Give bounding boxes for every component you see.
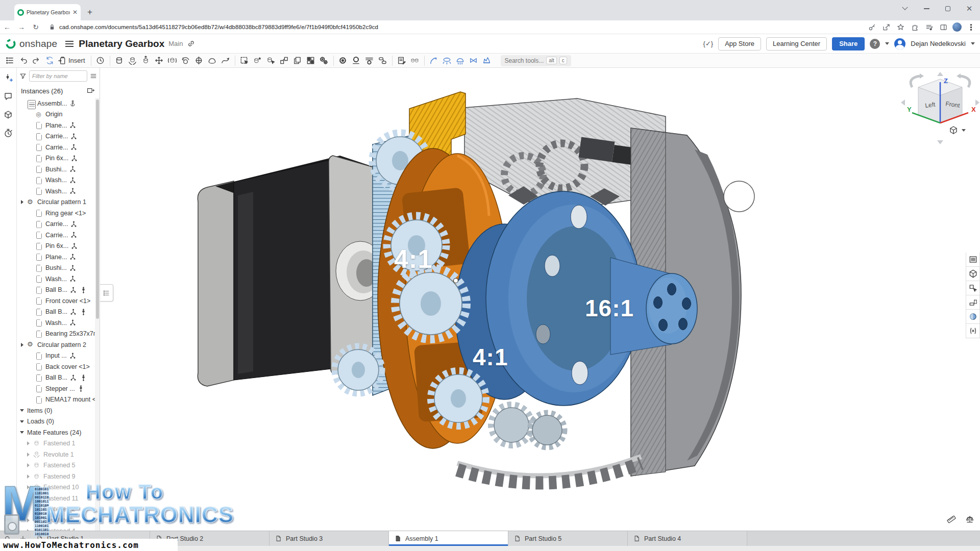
reading-list-icon[interactable] — [924, 22, 934, 32]
mate-feature-row[interactable]: Fastened 5 — [17, 460, 95, 471]
extensions-puzzle-icon[interactable] — [910, 22, 920, 32]
onshape-logo[interactable]: onshape — [5, 38, 57, 49]
gearbox-3d-model[interactable] — [100, 68, 980, 531]
cylindrical-mate-icon[interactable] — [166, 54, 179, 67]
named-position-icon[interactable] — [264, 54, 278, 67]
back-button[interactable]: ← — [0, 23, 14, 31]
browser-profile-avatar[interactable] — [952, 22, 962, 32]
instances-panel-icon[interactable] — [3, 54, 16, 67]
select-group-icon[interactable] — [238, 54, 251, 67]
new-tab-button[interactable]: + — [85, 7, 95, 17]
revolute-mate-icon[interactable] — [126, 54, 139, 67]
address-bar[interactable]: cad.onshape.com/documents/5a13d645118279… — [48, 23, 867, 31]
copy-instance-icon[interactable] — [291, 54, 304, 67]
instance-row[interactable]: Wash... — [17, 273, 95, 285]
history-icon[interactable] — [94, 54, 107, 67]
mate-connector-icon[interactable] — [251, 54, 264, 67]
tree-section-header[interactable]: Items (0) — [17, 405, 95, 416]
redo-icon[interactable] — [30, 54, 43, 67]
update-revision-icon[interactable] — [43, 54, 56, 67]
instance-row[interactable]: Pin 6x... — [17, 153, 95, 164]
path-relation-icon[interactable] — [219, 54, 232, 67]
user-avatar[interactable] — [894, 38, 905, 49]
planar-mate-icon[interactable] — [153, 54, 166, 67]
instance-row[interactable]: Bushi... — [17, 164, 95, 175]
load-pressure-icon[interactable] — [454, 54, 467, 67]
gear-relation-icon[interactable] — [350, 54, 363, 67]
undo-icon[interactable] — [16, 54, 30, 67]
instance-row[interactable]: Plane... — [17, 120, 95, 131]
workspace-name[interactable]: Main — [168, 40, 183, 47]
instance-row[interactable]: Bushi... — [17, 263, 95, 274]
password-key-icon[interactable] — [867, 22, 877, 32]
filter-input[interactable] — [29, 70, 87, 82]
relation-icon[interactable] — [336, 54, 350, 67]
user-dropdown-icon[interactable] — [971, 42, 975, 45]
tree-section-header[interactable]: Mate Features (24) — [17, 427, 95, 438]
drawing-views-icon[interactable] — [966, 295, 980, 310]
parts-help-panel-icon[interactable] — [2, 109, 14, 121]
screw-relation-icon[interactable] — [376, 54, 389, 67]
filter-icon[interactable] — [19, 72, 27, 80]
reload-button[interactable]: ↻ — [29, 23, 43, 31]
instance-row[interactable]: Ball B... — [17, 372, 95, 384]
performance-panel-icon[interactable] — [2, 127, 14, 139]
mate-feature-row[interactable]: Fastened 1 — [17, 438, 95, 449]
interference-check-icon[interactable] — [408, 54, 422, 67]
bom-table-icon[interactable] — [966, 253, 980, 267]
rack-pinion-relation-icon[interactable] — [363, 54, 376, 67]
instance-row[interactable]: Circular pattern 1 — [17, 197, 95, 208]
bookmark-star-icon[interactable] — [895, 22, 905, 32]
measure-icon[interactable] — [946, 514, 957, 527]
instance-row[interactable]: Wash... — [17, 175, 95, 186]
browser-menu-icon[interactable] — [966, 22, 976, 32]
featurescript-icon[interactable]: {✓} — [703, 40, 714, 47]
help-button[interactable]: ? — [870, 39, 880, 49]
mate-feature-row[interactable]: Revolute 1 — [17, 449, 95, 460]
replicate-icon[interactable] — [278, 54, 291, 67]
document-tab[interactable]: Part Studio 5 — [508, 531, 628, 546]
load-torque-icon[interactable] — [440, 54, 454, 67]
instance-row[interactable]: Carrie... — [17, 219, 95, 230]
fastened-mate-icon[interactable] — [113, 54, 126, 67]
instance-row[interactable]: Ball B... — [17, 307, 95, 318]
instance-row[interactable]: Origin — [17, 109, 95, 120]
minimize-button[interactable] — [916, 1, 937, 16]
load-curve-icon[interactable] — [427, 54, 440, 67]
exploded-views-icon[interactable] — [966, 267, 980, 281]
instance-row[interactable]: Back cover <1> — [17, 361, 95, 372]
search-tools-input[interactable]: Search tools... alt c — [501, 55, 571, 66]
tree-section-header[interactable]: Loads (0) — [17, 416, 95, 428]
load-bearing-icon[interactable] — [467, 54, 480, 67]
scrollbar-thumb[interactable] — [96, 99, 99, 319]
view-options-button[interactable] — [948, 125, 966, 135]
appearance-icon[interactable] — [966, 310, 980, 324]
help-dropdown-icon[interactable] — [885, 42, 889, 45]
share-button[interactable]: Share — [832, 37, 865, 51]
instance-row[interactable]: Ball B... — [17, 285, 95, 296]
configurations-icon[interactable] — [966, 324, 980, 338]
panel-flyout-handle[interactable] — [100, 284, 113, 302]
instance-row[interactable]: NEMA17 mount <1> — [17, 394, 95, 406]
load-gravity-icon[interactable] — [480, 54, 494, 67]
named-positions-icon[interactable] — [966, 281, 980, 295]
instance-row[interactable]: Assembl... — [17, 98, 95, 109]
instance-row[interactable]: Wash... — [17, 317, 95, 329]
mass-properties-icon[interactable] — [965, 514, 975, 527]
mate-connector-panel-icon[interactable] — [2, 72, 14, 84]
pin-slot-mate-icon[interactable] — [192, 54, 206, 67]
document-tab[interactable]: Assembly 1 — [389, 531, 508, 546]
share-link-icon[interactable] — [187, 39, 195, 48]
app-store-button[interactable]: App Store — [718, 37, 761, 51]
tangent-mate-icon[interactable] — [206, 54, 219, 67]
browser-tab[interactable]: Planetary Gearbox | Assembly 1 ✕ — [14, 4, 81, 20]
instance-row[interactable]: Bearing 25x37x7m... — [17, 329, 95, 340]
comments-panel-icon[interactable] — [2, 90, 14, 103]
instance-row[interactable]: Carrie... — [17, 142, 95, 153]
circular-pattern-icon[interactable] — [317, 54, 331, 67]
document-tab[interactable]: Part Studio 3 — [270, 531, 389, 546]
graphics-viewport[interactable]: 4:1 16:1 4:1 Left Front Z Y X — [100, 68, 980, 531]
document-tab[interactable]: Part Studio 4 — [628, 531, 747, 546]
side-panel-icon[interactable] — [938, 22, 948, 32]
window-chevron-icon[interactable] — [894, 1, 916, 16]
